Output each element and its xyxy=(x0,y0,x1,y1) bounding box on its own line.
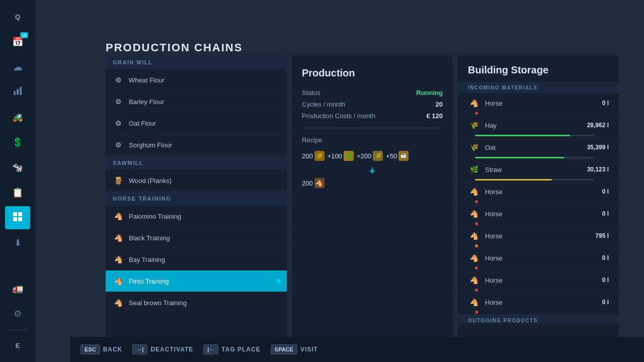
list-item-barley-flour[interactable]: ⚙ Barley Flour xyxy=(106,91,287,113)
horse7-name: Horse xyxy=(485,299,602,306)
sidebar-item-animals[interactable]: 🐄 xyxy=(5,156,30,179)
section-horse-training: HORSE TRAINING xyxy=(106,192,287,206)
download-icon: ⬇ xyxy=(14,237,22,248)
svg-rect-3 xyxy=(13,212,17,216)
horse1-icon: 🐴 xyxy=(468,97,480,109)
straw-value: 30,123 l xyxy=(587,166,609,173)
sidebar-item-downloads[interactable]: ⬇ xyxy=(5,231,30,254)
oat-flour-label: Oat Flour xyxy=(129,120,156,127)
production-title: Production xyxy=(302,67,443,79)
list-item-seal-brown[interactable]: 🐴 Seal brown Training xyxy=(106,292,287,312)
animals-icon: 🐄 xyxy=(12,162,23,173)
horse7-dot xyxy=(475,311,478,314)
trained-horse-icon: 🐴 xyxy=(314,178,325,188)
recipe-input-4: +50 🏔 xyxy=(386,151,409,161)
esc-label: BACK xyxy=(103,346,123,353)
recipe-input-3: +200 🌾 xyxy=(357,151,383,161)
horse1-dot xyxy=(475,112,478,115)
hay-bar xyxy=(475,135,570,136)
horse2-value: 0 l xyxy=(602,188,609,195)
horse4-name: Horse xyxy=(485,232,595,240)
sidebar-divider xyxy=(8,329,28,330)
storage-panel: Building Storage INCOMING MATERIALS 🐴 Ho… xyxy=(458,55,619,342)
horse4-dot xyxy=(475,244,478,247)
storage-item-horse-6: 🐴 Horse 0 l xyxy=(458,270,619,293)
q-icon: Q xyxy=(15,13,20,21)
sidebar-item-money[interactable]: 💲 xyxy=(5,131,30,154)
sidebar-item-contracts[interactable]: 📋 xyxy=(5,181,30,204)
deactivate-key: →| xyxy=(132,344,147,354)
section-grain-mill: GRAIN MILL xyxy=(106,55,287,69)
sidebar-item-stats[interactable] xyxy=(5,80,30,104)
cycles-label: Cycles / month xyxy=(302,101,345,108)
status-row: Status Running xyxy=(302,89,443,97)
list-panel: GRAIN MILL ⚙ Wheat Flour ⚙ Barley Flour … xyxy=(106,55,287,342)
active-dot xyxy=(277,279,281,283)
deactivate-btn[interactable]: →| DEACTIVATE xyxy=(132,344,193,354)
bay-label: Bay Training xyxy=(129,256,165,263)
tag-place-key: |← xyxy=(203,344,218,354)
oat-icon: 🌾 xyxy=(468,141,480,153)
recipe-arrow xyxy=(302,165,443,175)
tag-place-btn[interactable]: |← TAG PLACE xyxy=(203,344,261,354)
list-scroll[interactable]: GRAIN MILL ⚙ Wheat Flour ⚙ Barley Flour … xyxy=(106,55,287,312)
svg-rect-6 xyxy=(18,217,22,221)
storage-item-straw: 🌿 Straw 30,123 l xyxy=(458,160,619,182)
list-item-palomino[interactable]: 🐴 Palomino Training xyxy=(106,206,287,227)
black-icon: 🐴 xyxy=(113,232,124,243)
incoming-header: INCOMING MATERIALS xyxy=(458,82,619,94)
oat-bar-container xyxy=(475,157,594,158)
sidebar: Q 📅 15 ☁ 🚜 💲 🐄 📋 xyxy=(0,0,35,362)
sorghum-flour-label: Sorghum Flour xyxy=(129,141,172,149)
e-icon: E xyxy=(16,342,20,349)
wheat-flour-label: Wheat Flour xyxy=(129,76,165,84)
storage-scroll[interactable]: INCOMING MATERIALS 🐴 Horse 0 l 🌾 Hay 28,… xyxy=(458,82,619,323)
sidebar-item-weather[interactable]: ☁ xyxy=(5,55,30,78)
list-item-black[interactable]: 🐴 Black Training xyxy=(106,227,287,249)
storage-item-horse-3: 🐴 Horse 0 l xyxy=(458,204,619,226)
contracts-icon: 📋 xyxy=(12,187,23,198)
horse4-value: 795 l xyxy=(595,232,609,239)
sidebar-item-farm[interactable]: 🚛 xyxy=(5,277,30,300)
sidebar-item-vehicles[interactable]: 🚜 xyxy=(5,106,30,129)
list-item-oat-flour[interactable]: ⚙ Oat Flour xyxy=(106,113,287,134)
visit-btn[interactable]: SPACE VISIT xyxy=(271,344,318,354)
oat-flour-icon: ⚙ xyxy=(113,118,124,129)
hay-icon: 🌿 xyxy=(344,151,354,161)
horse1-name: Horse xyxy=(485,100,602,107)
sidebar-item-q[interactable]: Q xyxy=(5,5,30,28)
recipe-inputs-row: 200 🌾 +100 🌿 +200 🌾 +50 🏔 xyxy=(302,151,443,161)
sidebar-item-settings[interactable]: ⚙ xyxy=(5,302,30,325)
stats-icon xyxy=(13,86,23,99)
pinto-label: Pinto Training xyxy=(129,278,169,285)
list-item-wood-planks[interactable]: 🪵 Wood (Planks) xyxy=(106,170,287,192)
horse6-value: 0 l xyxy=(602,277,609,284)
storage-item-oat: 🌾 Oat 35,399 l xyxy=(458,138,619,160)
input-amount-2: +100 xyxy=(328,152,342,160)
list-item-wheat-flour[interactable]: ⚙ Wheat Flour xyxy=(106,69,287,91)
wood-planks-icon: 🪵 xyxy=(113,175,124,186)
hay-bar-container xyxy=(475,135,594,136)
sidebar-item-e[interactable]: E xyxy=(5,334,30,357)
cycles-row: Cycles / month 20 xyxy=(302,101,443,108)
horse2-icon: 🐴 xyxy=(468,186,480,198)
black-label: Black Training xyxy=(129,234,170,242)
horse6-dot xyxy=(475,289,478,292)
outgoing-header: OUTGOING PRODUCTS xyxy=(458,315,619,323)
sidebar-item-15[interactable]: 📅 15 xyxy=(5,30,30,53)
storage-item-hay: 🌾 Hay 28,962 l xyxy=(458,116,619,138)
prod-divider xyxy=(302,128,443,128)
oat-name: Oat xyxy=(485,144,587,151)
esc-btn[interactable]: ESC BACK xyxy=(80,344,122,354)
list-item-bay[interactable]: 🐴 Bay Training xyxy=(106,249,287,270)
horse7-icon: 🐴 xyxy=(468,296,480,308)
output-amount: 200 xyxy=(302,179,313,187)
tractor-icon: 🚜 xyxy=(12,112,23,123)
sidebar-item-production[interactable] xyxy=(5,206,30,229)
list-item-sorghum-flour[interactable]: ⚙ Sorghum Flour xyxy=(106,134,287,156)
horse4-icon: 🐴 xyxy=(468,230,480,242)
list-item-pinto[interactable]: 🐴 Pinto Training xyxy=(106,270,287,292)
storage-item-horse-5: 🐴 Horse 0 l xyxy=(458,248,619,270)
horse3-name: Horse xyxy=(485,210,602,218)
recipe-output-row: 200 🐴 xyxy=(302,178,443,188)
